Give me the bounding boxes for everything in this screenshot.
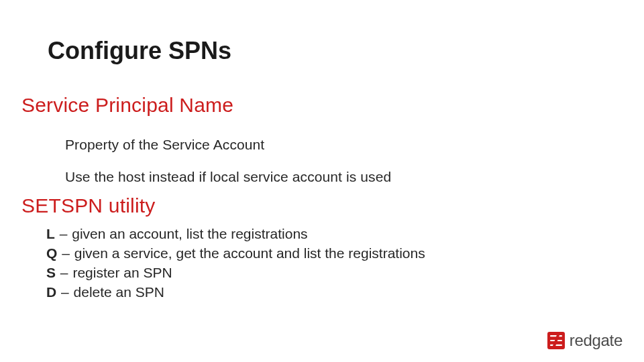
redgate-logo-text: redgate xyxy=(570,331,623,350)
redgate-logo: redgate xyxy=(547,331,623,350)
option-flag: S xyxy=(46,265,56,280)
svg-rect-2 xyxy=(550,345,562,346)
option-flag: D xyxy=(46,284,56,300)
option-flag: L xyxy=(46,226,55,241)
section-heading-spn: Service Principal Name xyxy=(21,94,233,117)
option-dash: – xyxy=(60,265,69,280)
option-desc: given an account, list the registrations xyxy=(72,226,307,241)
slide: Configure SPNs Service Principal Name Pr… xyxy=(0,0,644,362)
option-desc: register an SPN xyxy=(72,265,172,280)
option-flag: Q xyxy=(46,245,57,261)
setspn-options: L – given an account, list the registrat… xyxy=(46,225,425,302)
option-dash: – xyxy=(59,226,68,241)
option-line: D – delete an SPN xyxy=(46,283,425,302)
body-line: Use the host instead if local service ac… xyxy=(65,169,391,185)
option-line: Q – given a service, get the account and… xyxy=(46,244,425,263)
option-desc: given a service, get the account and lis… xyxy=(74,245,425,261)
option-desc: delete an SPN xyxy=(74,284,164,300)
option-line: L – given an account, list the registrat… xyxy=(46,225,425,244)
section-heading-setspn: SETSPN utility xyxy=(21,194,156,217)
option-dash: – xyxy=(61,245,70,261)
redgate-logo-icon xyxy=(547,332,565,349)
option-line: S – register an SPN xyxy=(46,263,425,283)
slide-title: Configure SPNs xyxy=(48,37,231,65)
body-line: Property of the Service Account xyxy=(65,137,264,153)
option-dash: – xyxy=(60,284,70,300)
